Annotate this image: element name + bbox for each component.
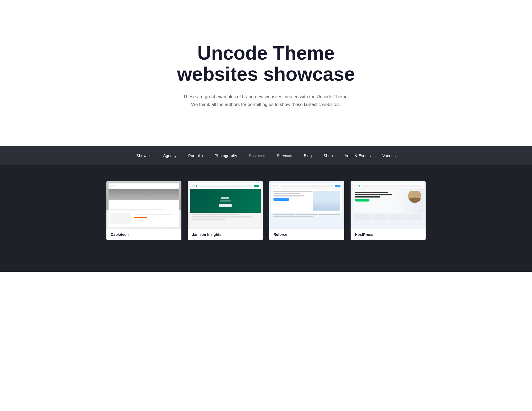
nav-dot-r2 (275, 185, 276, 187)
card-cablotech[interactable]: Cablotech (106, 181, 181, 240)
card-hostpress-screenshot (353, 183, 423, 227)
nav-dot-j1 (192, 185, 193, 187)
card-reforce-body (271, 213, 342, 227)
filter-show-all[interactable]: Show all (131, 146, 157, 165)
card-cablotech-nav (109, 183, 179, 189)
nav-dot-j3 (196, 185, 197, 187)
filter-services[interactable]: Services (271, 146, 298, 165)
card-reforce-hero-img (271, 189, 342, 213)
card-hostpress-label: HostPress (351, 229, 426, 240)
card-reforce-image (269, 181, 344, 229)
card-hostpress[interactable]: HostPress (351, 181, 426, 240)
card-janison-body (190, 213, 261, 227)
card-reforce[interactable]: Reforce (269, 181, 344, 240)
filter-navigation: Show all Agency Portfolio Photography Bu… (0, 146, 532, 165)
nav-dot-h2 (356, 185, 358, 187)
card-hostpress-hero-img (353, 189, 423, 213)
filter-business[interactable]: Business (243, 146, 271, 165)
nav-dot-h3 (359, 185, 360, 187)
cards-grid: Cablotech (106, 181, 426, 240)
nav-dot-3 (114, 185, 116, 187)
filter-nav-inner: Show all Agency Portfolio Photography Bu… (0, 146, 532, 165)
card-janison-hero-img (190, 189, 261, 213)
card-cablotech-image (106, 181, 181, 229)
card-janison-image (188, 181, 263, 229)
nav-dot-j2 (194, 185, 195, 187)
card-hostpress-body (353, 213, 423, 227)
filter-portfolio[interactable]: Portfolio (182, 146, 209, 165)
card-janison-screenshot (190, 183, 261, 227)
filter-artist-events[interactable]: Artist & Events (339, 146, 376, 165)
card-janison-label: Janison Insights (188, 229, 263, 240)
card-hostpress-nav (353, 183, 423, 189)
filter-shop[interactable]: Shop (318, 146, 339, 165)
content-section: Cablotech (0, 165, 532, 272)
card-reforce-bg (269, 181, 344, 229)
card-cablotech-screenshot (109, 183, 179, 227)
card-reforce-label: Reforce (269, 229, 344, 240)
card-janison-nav (190, 183, 261, 189)
filter-blog[interactable]: Blog (298, 146, 318, 165)
nav-dot-r1 (273, 185, 274, 187)
nav-dot-r3 (277, 185, 279, 187)
card-reforce-nav (271, 183, 342, 189)
nav-dot-1 (110, 185, 111, 187)
card-cablotech-bg (106, 181, 181, 229)
hero-section: Uncode Theme websites showcase These are… (0, 0, 532, 146)
nav-dot-2 (112, 185, 114, 187)
nav-dot-h1 (354, 185, 356, 187)
filter-agency[interactable]: Agency (157, 146, 182, 165)
filter-photography[interactable]: Photography (209, 146, 243, 165)
card-cablotech-body (109, 207, 179, 227)
hero-subtitle: These are great examples of brand-new we… (173, 93, 359, 109)
page-title: Uncode Theme websites showcase (146, 43, 386, 85)
card-janison-bg (188, 181, 263, 229)
card-cablotech-hero-img (109, 189, 179, 207)
filter-various[interactable]: Various (376, 146, 401, 165)
card-cablotech-label: Cablotech (106, 229, 181, 240)
card-janison[interactable]: Janison Insights (188, 181, 263, 240)
card-hostpress-bg (351, 181, 426, 229)
card-reforce-screenshot (271, 183, 342, 227)
card-hostpress-image (351, 181, 426, 229)
